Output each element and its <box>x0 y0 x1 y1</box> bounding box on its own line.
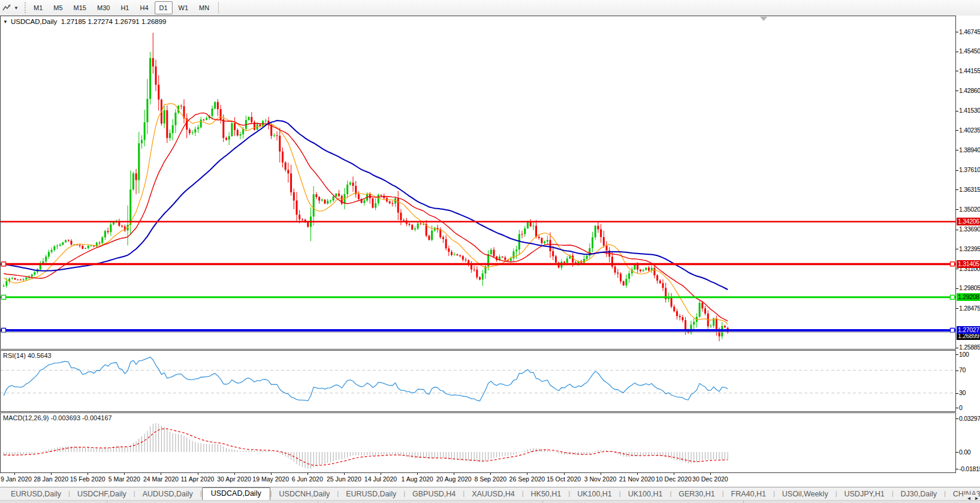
line-handle[interactable] <box>2 262 6 266</box>
candle-down <box>623 281 625 285</box>
candle-up <box>31 275 33 277</box>
timeframe-button-m15[interactable]: M15 <box>69 1 91 14</box>
candle-down <box>648 267 650 270</box>
chart-cursor-icon[interactable] <box>2 3 11 13</box>
price-chart-canvas[interactable] <box>1 16 955 349</box>
candle-up <box>172 125 174 133</box>
candle-up <box>11 278 13 279</box>
price-tick-label: 1.46745 <box>959 28 980 36</box>
candle-down <box>79 245 81 246</box>
axis-tick-mark <box>956 71 958 71</box>
caret-down-icon[interactable]: ▼ <box>14 5 21 11</box>
candle-down <box>234 123 236 129</box>
candle-up <box>90 246 92 246</box>
chart-shift-triangle-icon <box>760 17 767 21</box>
tab-usdjpy-h1-14[interactable]: USDJPY,H1 <box>837 489 892 500</box>
timeframe-button-m30[interactable]: M30 <box>92 1 114 14</box>
timeframe-button-m1[interactable]: M1 <box>29 1 47 14</box>
timeframe-button-h1[interactable]: H1 <box>116 1 134 14</box>
candle-up <box>231 123 233 136</box>
candle-up <box>335 194 337 197</box>
candle-down <box>400 213 402 221</box>
timeframe-button-mn[interactable]: MN <box>194 1 214 14</box>
candle-up <box>346 185 348 194</box>
timeframe-button-h4[interactable]: H4 <box>135 1 153 14</box>
line-handle[interactable] <box>951 262 955 266</box>
candle-up <box>212 109 213 116</box>
tab-xauusd-h4-7[interactable]: XAUUSD,H4 <box>465 489 522 500</box>
candle-down <box>285 162 287 170</box>
candle-down <box>442 237 444 239</box>
tab-eurusd-daily-0[interactable]: EURUSD,Daily <box>4 489 68 500</box>
line-handle[interactable] <box>951 328 955 332</box>
date-tick-mark <box>417 473 418 475</box>
tab-usdcnh-daily-4[interactable]: USDCNH,Daily <box>272 489 337 500</box>
timeframe-button-w1[interactable]: W1 <box>174 1 194 14</box>
date-tick-mark <box>637 473 638 475</box>
date-tick-mark <box>601 473 601 475</box>
candle-down <box>397 198 399 213</box>
price-axis[interactable]: 1.467451.454501.441551.428601.415301.402… <box>956 16 980 473</box>
candle-up <box>482 273 484 279</box>
tab-usdchf-daily-1[interactable]: USDCHF,Daily <box>70 489 134 500</box>
candle-down <box>445 239 447 248</box>
chart-symbol-label: USDCAD,Daily <box>11 18 57 25</box>
candle-down <box>673 307 675 312</box>
macd-canvas[interactable] <box>1 413 955 472</box>
timeframe-button-d1[interactable]: D1 <box>155 1 173 14</box>
candle-up <box>141 140 143 143</box>
candle-up <box>321 200 323 201</box>
mid-ma-line <box>4 113 728 321</box>
candle-up <box>240 134 242 135</box>
candle-down <box>603 237 605 245</box>
candle-up <box>417 224 419 228</box>
tab-hk50-h1-8[interactable]: HK50,H1 <box>524 489 569 500</box>
bottom-strip <box>0 500 980 503</box>
date-tick-mark <box>381 473 381 475</box>
date-tick-mark <box>710 473 711 475</box>
date-axis[interactable]: 9 Jan 202028 Jan 202015 Feb 20205 Mar 20… <box>0 473 980 487</box>
tab-usdcad-daily-3[interactable]: USDCAD,Daily <box>202 487 270 500</box>
price-tick-label: 1.32395 <box>959 245 980 253</box>
tab-gbpusd-h4-6[interactable]: GBPUSD,H4 <box>405 489 463 500</box>
triangle-down-icon[interactable]: ▼ <box>3 19 8 25</box>
line-handle[interactable] <box>951 295 955 299</box>
candle-down <box>307 222 309 227</box>
candle-down <box>391 203 393 204</box>
tab-usoil-weekly-13[interactable]: USOil,Weekly <box>775 489 836 500</box>
strip-divider <box>318 501 318 503</box>
candle-down <box>637 264 638 270</box>
candle-up <box>200 119 202 127</box>
candle-down <box>679 316 681 317</box>
candle-down <box>180 106 182 106</box>
candle-down <box>372 198 373 208</box>
tab-audusd-daily-2[interactable]: AUDUSD,Daily <box>135 489 200 500</box>
line-handle[interactable] <box>2 295 6 299</box>
tab-dj30-daily-15[interactable]: DJ30,Daily <box>894 489 944 500</box>
candle-down <box>259 125 261 126</box>
tab-ger30-h1-11[interactable]: GER30,H1 <box>671 489 722 500</box>
timeframe-button-m5[interactable]: M5 <box>49 1 67 14</box>
rsi-tick-label: 70 <box>959 366 966 374</box>
tab-uk100-h1-10[interactable]: UK100,H1 <box>621 489 670 500</box>
candle-up <box>375 203 376 207</box>
candle-down <box>121 226 123 227</box>
candle-down <box>107 231 109 232</box>
candle-down <box>620 273 622 281</box>
axis-tick-mark <box>956 230 958 230</box>
candle-up <box>431 231 433 240</box>
rsi-canvas[interactable] <box>1 351 955 411</box>
axis-tick-mark <box>956 32 958 32</box>
tab-fra40-h1-12[interactable]: FRA40,H1 <box>724 489 773 500</box>
candle-down <box>403 220 405 221</box>
candle-up <box>349 183 351 185</box>
line-handle[interactable] <box>2 328 6 332</box>
candle-down <box>282 152 284 162</box>
tab-uk100-h1-9[interactable]: UK100,H1 <box>570 489 619 500</box>
macd-label: MACD(12,26,9) -0.003693 -0.004167 <box>3 414 112 421</box>
rsi-panel: RSI(14) 40.5643 <box>0 350 956 412</box>
date-tick-mark <box>344 473 345 475</box>
date-tick-mark <box>124 473 125 475</box>
candle-down <box>465 260 467 260</box>
tab-eurusd-daily-5[interactable]: EURUSD,Daily <box>339 489 403 500</box>
